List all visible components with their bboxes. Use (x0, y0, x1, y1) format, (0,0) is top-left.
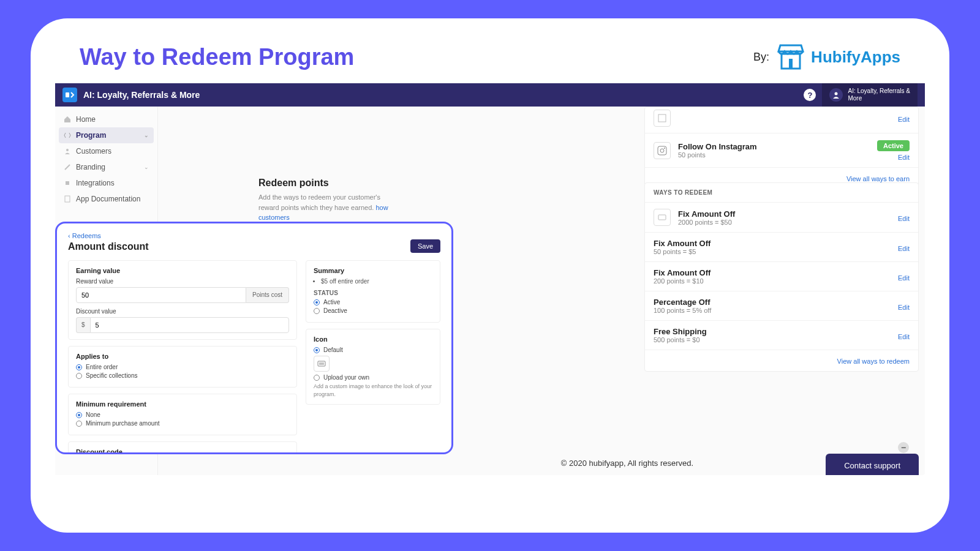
earn-item-sub: 50 points (678, 151, 870, 159)
discount-code-label: Discount code (76, 448, 289, 454)
sidebar-item-docs[interactable]: App Documentation (59, 191, 154, 207)
footer-copyright: © 2020 hubifyapp, All rights reserved. (561, 459, 693, 468)
sidebar-item-label: Customers (76, 147, 111, 156)
code-icon (64, 132, 71, 139)
chevron-down-icon: ⌄ (144, 164, 149, 170)
icon-heading: Icon (314, 335, 432, 343)
edit-link[interactable]: Edit (898, 333, 910, 340)
view-all-redeem-link[interactable]: View all ways to redeem (837, 358, 910, 365)
redeem-heading: Redeem points (258, 178, 398, 189)
radio-default-icon[interactable]: Default (314, 347, 432, 353)
edit-link[interactable]: Edit (898, 304, 910, 311)
svg-rect-1 (789, 59, 793, 69)
back-link[interactable]: ‹ Redeems (68, 232, 440, 239)
brand-name: HubifyApps (811, 48, 900, 67)
home-icon (64, 116, 71, 123)
sidebar-item-integrations[interactable]: Integrations (59, 175, 154, 191)
brand-logo: HubifyApps (775, 43, 900, 71)
svg-point-3 (835, 92, 838, 96)
reward-value-input[interactable] (76, 287, 246, 303)
sidebar-item-customers[interactable]: Customers (59, 143, 154, 159)
radio-min-purchase[interactable]: Minimum purchase amount (76, 420, 289, 427)
sidebar-item-branding[interactable]: Branding ⌄ (59, 159, 154, 175)
user-app-line1: AI: Loyalty, Referrals & (848, 88, 910, 95)
redeem-description: Add the ways to redeem your customer's r… (258, 192, 398, 223)
table-row: Percentage Off100 points = 5% off Edit (645, 291, 918, 321)
summary-heading: Summary (314, 267, 432, 274)
edit-link[interactable]: Edit (898, 245, 910, 252)
instagram-icon (654, 142, 671, 159)
icon-hint: Add a custom image to enhance the look o… (314, 383, 432, 398)
radio-none[interactable]: None (76, 411, 289, 418)
chevron-left-icon: ‹ (68, 232, 72, 239)
app-icon (62, 88, 77, 102)
table-row: Fix Amount Off2000 points = $50 Edit (645, 203, 918, 233)
svg-point-9 (660, 149, 664, 152)
plug-icon (64, 179, 71, 187)
status-heading: STATUS (314, 290, 432, 296)
earning-value-label: Earning value (76, 267, 289, 274)
sidebar-item-label: Integrations (76, 179, 115, 187)
modal-title: Amount discount (68, 241, 149, 252)
edit-link[interactable]: Edit (898, 274, 910, 282)
default-icon-preview (314, 356, 330, 372)
sidebar-item-label: App Documentation (76, 195, 140, 203)
radio-deactive[interactable]: Deactive (314, 307, 432, 314)
help-icon[interactable]: ? (804, 89, 816, 101)
svg-rect-2 (66, 92, 69, 97)
svg-rect-5 (66, 181, 69, 185)
edit-link[interactable]: Edit (898, 215, 910, 222)
svg-rect-11 (658, 215, 666, 220)
sidebar-item-label: Program (76, 131, 106, 140)
app-name: AI: Loyalty, Referrals & More (83, 90, 200, 100)
radio-active[interactable]: Active (314, 299, 432, 305)
view-all-earn-link[interactable]: View all ways to earn (846, 175, 910, 182)
sidebar-item-label: Branding (76, 163, 105, 171)
table-row: Free Shipping500 points = $0 Edit (645, 321, 918, 350)
user-app-line2: More (848, 95, 910, 102)
placeholder-icon (654, 110, 671, 127)
table-row: Fix Amount Off50 points = $5 Edit (645, 233, 918, 262)
save-button[interactable]: Save (410, 239, 440, 253)
radio-entire-order[interactable]: Entire order (76, 364, 289, 370)
user-avatar-icon (829, 88, 843, 102)
svg-rect-12 (318, 361, 325, 366)
earn-item-title: Follow On Instagram (678, 142, 870, 151)
doc-icon (64, 195, 71, 203)
table-row: Fix Amount Off200 points = $10 Edit (645, 262, 918, 291)
amount-discount-modal: ‹ Redeems Amount discount Save Earning v… (55, 222, 453, 454)
sidebar-item-home[interactable]: Home (59, 111, 154, 127)
minimize-icon[interactable]: − (898, 442, 909, 453)
min-requirement-label: Minimum requirement (76, 400, 289, 408)
summary-line: $5 off entire order (321, 278, 432, 285)
redeem-card-header: WAYS TO REDEEM (645, 183, 918, 203)
chevron-down-icon: ⌄ (144, 132, 149, 138)
brush-icon (64, 163, 71, 171)
points-cost-suffix: Points cost (246, 287, 289, 303)
store-icon (775, 43, 806, 71)
reward-value-label: Reward value (76, 278, 289, 285)
coupon-icon (654, 209, 671, 226)
radio-upload-icon[interactable]: Upload your own (314, 374, 432, 381)
svg-rect-6 (65, 196, 70, 202)
discount-value-input[interactable] (90, 317, 289, 333)
status-badge: Active (877, 140, 910, 151)
svg-point-4 (66, 149, 69, 151)
contact-support-button[interactable]: Contact support (826, 454, 919, 475)
currency-prefix: $ (76, 317, 90, 333)
edit-link[interactable]: Edit (877, 154, 910, 161)
discount-value-label: Discount value (76, 308, 289, 315)
radio-specific-collections[interactable]: Specific collections (76, 372, 289, 379)
svg-rect-7 (658, 114, 666, 122)
user-icon (64, 148, 71, 155)
sidebar-item-label: Home (76, 115, 96, 124)
applies-to-label: Applies to (76, 353, 289, 360)
sidebar-item-program[interactable]: Program ⌄ (59, 127, 154, 143)
svg-point-10 (664, 148, 665, 149)
page-title: Way to Redeem Program (80, 44, 354, 70)
edit-link[interactable]: Edit (898, 116, 910, 123)
user-menu[interactable]: AI: Loyalty, Referrals & More (822, 83, 918, 107)
by-label: By: (753, 51, 769, 64)
svg-rect-8 (658, 146, 666, 155)
